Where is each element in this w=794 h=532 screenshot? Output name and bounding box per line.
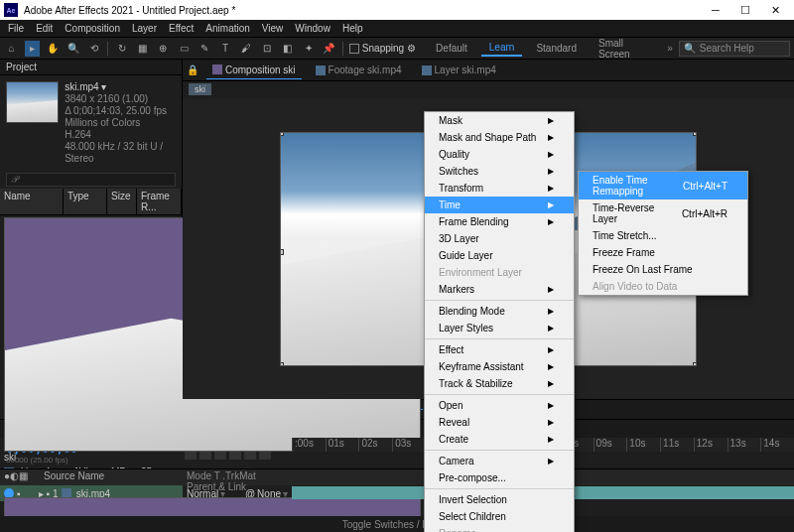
text-tool-icon[interactable]: T: [218, 41, 233, 57]
viewer-tabs: 🔒 Composition ski Footage ski.mp4 Layer …: [183, 60, 794, 81]
submenu-item-align-video-to-data: Align Video to Data: [579, 278, 747, 295]
menu-item-layer-styles[interactable]: Layer Styles▶: [425, 320, 574, 336]
menu-item-transform[interactable]: Transform▶: [425, 180, 574, 197]
menu-item-frame-blending[interactable]: Frame Blending▶: [425, 213, 574, 230]
menu-view[interactable]: View: [256, 21, 290, 36]
workspace-standard[interactable]: Standard: [528, 41, 585, 56]
project-panel: Project ski.mp4 ▾ 3840 x 2160 (1.00) Δ 0…: [0, 60, 183, 419]
menu-item-mask-and-shape-path[interactable]: Mask and Shape Path▶: [425, 129, 574, 146]
project-row[interactable]: ski▪ Composi...25: [0, 215, 182, 465]
workspace-learn[interactable]: Learn: [481, 40, 523, 57]
workspace-default[interactable]: Default: [428, 41, 475, 56]
snapping-label: Snapping: [362, 43, 404, 54]
time-submenu: Enable Time RemappingCtrl+Alt+TTime-Reve…: [578, 171, 748, 296]
app-logo: Ae: [4, 3, 18, 17]
titlebar: Ae Adobe After Effects 2021 - Untitled P…: [0, 0, 794, 20]
hand-tool-icon[interactable]: ✋: [46, 41, 61, 57]
menubar: File Edit Composition Layer Effect Anima…: [0, 20, 794, 38]
window-title: Adobe After Effects 2021 - Untitled Proj…: [24, 5, 701, 16]
timeline-footer: Toggle Switches / Modes: [0, 516, 794, 532]
separator: [107, 42, 108, 56]
menu-effect[interactable]: Effect: [163, 21, 199, 36]
menu-item-pre-compose-[interactable]: Pre-compose...: [425, 469, 574, 486]
shape-tool-icon[interactable]: ▭: [177, 41, 192, 57]
submenu-item-time-reverse-layer[interactable]: Time-Reverse LayerCtrl+Alt+R: [579, 200, 747, 227]
toolbar: ⌂ ▸ ✋ 🔍 ⟲ ↻ ▦ ⊕ ▭ ✎ T 🖌 ⊡ ◧ ✦ 📌 Snapping…: [0, 38, 794, 60]
menu-item-guide-layer[interactable]: Guide Layer: [425, 247, 574, 264]
search-icon: 🔍: [684, 43, 696, 54]
lock-icon[interactable]: 🔒: [187, 65, 198, 75]
submenu-item-freeze-on-last-frame[interactable]: Freeze On Last Frame: [579, 261, 747, 278]
pen-tool-icon[interactable]: ✎: [198, 41, 212, 57]
menu-item-open[interactable]: Open▶: [425, 397, 574, 414]
menu-item-environment-layer: Environment Layer: [425, 264, 574, 281]
snapping-checkbox[interactable]: [349, 44, 359, 54]
menu-item-create[interactable]: Create▶: [425, 431, 574, 448]
tab-composition[interactable]: Composition ski: [206, 62, 302, 79]
submenu-item-time-stretch-[interactable]: Time Stretch...: [579, 227, 747, 244]
maximize-button[interactable]: ☐: [730, 1, 760, 19]
menu-item-markers[interactable]: Markers▶: [425, 281, 574, 298]
frame-info: 00000 (25.00 fps): [6, 456, 177, 465]
menu-item-switches[interactable]: Switches▶: [425, 163, 574, 180]
menu-edit[interactable]: Edit: [30, 21, 59, 36]
menu-help[interactable]: Help: [336, 21, 369, 36]
selection-tool-icon[interactable]: ▸: [25, 41, 40, 57]
menu-item-reveal[interactable]: Reveal▶: [425, 414, 574, 431]
stamp-tool-icon[interactable]: ⊡: [259, 41, 274, 57]
workspace-more-icon[interactable]: »: [667, 43, 673, 54]
menu-item-invert-selection[interactable]: Invert Selection: [425, 491, 574, 508]
tab-footage[interactable]: Footage ski.mp4: [310, 62, 408, 78]
camera-tool-icon[interactable]: ▦: [135, 41, 150, 57]
asset-thumbnail[interactable]: [6, 81, 59, 123]
menu-animation[interactable]: Animation: [199, 21, 255, 36]
timeline-columns-header: ●◐▦Source Name Mode T .TrkMat Parent & L…: [0, 469, 794, 485]
tab-layer[interactable]: Layer ski.mp4: [416, 62, 502, 78]
menu-item-track-stabilize[interactable]: Track & Stabilize▶: [425, 375, 574, 392]
anchor-tool-icon[interactable]: ⊕: [156, 41, 171, 57]
project-panel-header[interactable]: Project: [0, 60, 182, 75]
asset-metadata: ski.mp4 ▾ 3840 x 2160 (1.00) Δ 0;00;14:0…: [65, 81, 176, 165]
layer-context-menu: Mask▶Mask and Shape Path▶Quality▶Switche…: [424, 111, 575, 532]
menu-item-rename: Rename: [425, 525, 574, 532]
workspace-small[interactable]: Small Screen: [591, 36, 661, 62]
snapping-opt-icon[interactable]: ⚙: [407, 43, 416, 54]
puppet-tool-icon[interactable]: 📌: [322, 41, 336, 57]
rotate-tool-icon[interactable]: ↻: [114, 41, 129, 57]
menu-composition[interactable]: Composition: [59, 21, 126, 36]
menu-item--d-layer[interactable]: 3D Layer: [425, 230, 574, 247]
eraser-tool-icon[interactable]: ◧: [280, 41, 295, 57]
home-icon[interactable]: ⌂: [4, 41, 19, 57]
flowchart-chip[interactable]: ski: [189, 83, 211, 95]
separator: [342, 42, 343, 56]
submenu-item-freeze-frame[interactable]: Freeze Frame: [579, 244, 747, 261]
search-help-input[interactable]: 🔍Search Help: [679, 41, 790, 57]
zoom-tool-icon[interactable]: 🔍: [66, 41, 81, 57]
menu-layer[interactable]: Layer: [126, 21, 163, 36]
menu-item-effect[interactable]: Effect▶: [425, 341, 574, 358]
minimize-button[interactable]: ─: [701, 1, 730, 19]
menu-file[interactable]: File: [2, 21, 30, 36]
submenu-item-enable-time-remapping[interactable]: Enable Time RemappingCtrl+Alt+T: [579, 172, 747, 200]
brush-tool-icon[interactable]: 🖌: [239, 41, 254, 57]
roto-tool-icon[interactable]: ✦: [301, 41, 316, 57]
menu-item-select-children[interactable]: Select Children: [425, 508, 574, 525]
menu-item-time[interactable]: Time▶: [425, 197, 574, 213]
project-table-header[interactable]: NameTypeSizeFrame R...: [0, 189, 182, 215]
asset-name[interactable]: ski.mp4 ▾: [65, 81, 176, 93]
project-search-input[interactable]: 𝒫: [6, 173, 176, 187]
menu-item-keyframe-assistant[interactable]: Keyframe Assistant▶: [425, 358, 574, 375]
orbit-tool-icon[interactable]: ⟲: [87, 41, 102, 57]
menu-item-blending-mode[interactable]: Blending Mode▶: [425, 303, 574, 320]
menu-item-mask[interactable]: Mask▶: [425, 112, 574, 129]
close-button[interactable]: ✕: [760, 1, 790, 19]
menu-item-camera[interactable]: Camera▶: [425, 453, 574, 469]
menu-window[interactable]: Window: [289, 21, 336, 36]
menu-item-quality[interactable]: Quality▶: [425, 146, 574, 163]
